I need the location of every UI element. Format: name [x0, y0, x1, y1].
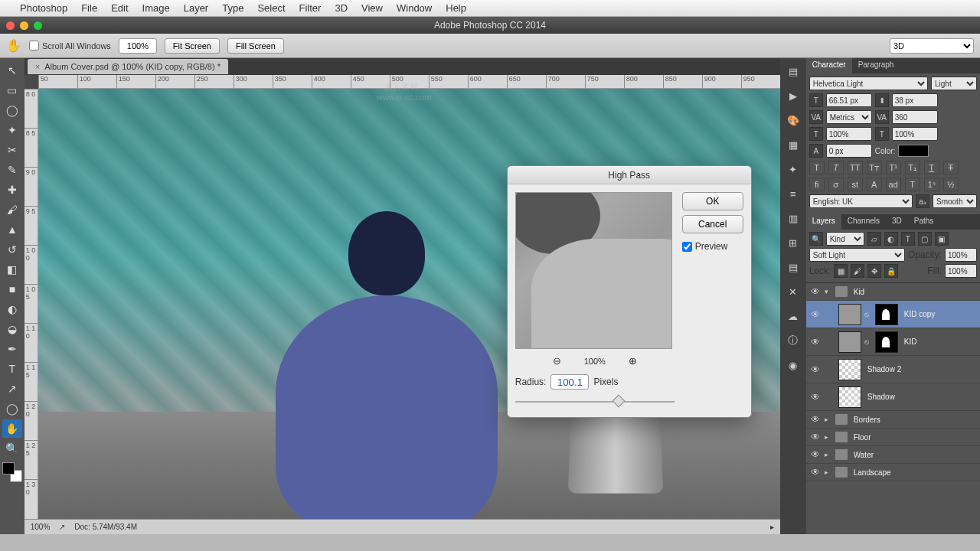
visibility-icon[interactable]: 👁 — [809, 337, 822, 347]
fill-screen-button[interactable]: Fill Screen — [227, 38, 284, 54]
kerning-select[interactable]: Metrics — [826, 110, 872, 124]
tab-paths[interactable]: Paths — [908, 214, 940, 230]
layer-thumbnail[interactable] — [838, 386, 861, 408]
opacity-input[interactable] — [945, 248, 977, 262]
pen-tool-icon[interactable]: ✒ — [2, 340, 22, 358]
tools-panel-icon[interactable]: ✕ — [785, 283, 802, 300]
cloud-panel-icon[interactable]: ☁ — [785, 308, 802, 324]
disclosure-icon[interactable]: ▸ — [825, 451, 832, 458]
layer-thumbnail[interactable] — [838, 304, 861, 325]
visibility-icon[interactable]: 👁 — [809, 467, 822, 478]
layer-group-row[interactable]: 👁▸Floor — [806, 429, 980, 446]
status-export-icon[interactable]: ↗ — [59, 523, 65, 531]
window-maximize-icon[interactable] — [34, 21, 42, 30]
super-icon[interactable]: T¹ — [886, 161, 901, 174]
scroll-all-checkbox[interactable]: Scroll All Windows — [29, 41, 111, 51]
layer-name[interactable]: Water — [854, 451, 874, 459]
crop-tool-icon[interactable]: ✂ — [2, 141, 22, 159]
dialog-preview[interactable] — [515, 192, 672, 349]
cancel-button[interactable]: Cancel — [682, 215, 743, 233]
properties-panel-icon[interactable]: ⊞ — [785, 234, 802, 251]
close-tab-icon[interactable]: × — [35, 62, 40, 71]
menu-edit[interactable]: Edit — [111, 2, 128, 14]
zoom-percent-input[interactable] — [119, 38, 157, 54]
menu-photoshop[interactable]: Photoshop — [20, 2, 67, 14]
adjustments-panel-icon[interactable]: ✦ — [785, 161, 802, 178]
radius-input[interactable] — [550, 374, 589, 390]
titling-icon[interactable]: T — [905, 178, 920, 191]
strike-icon[interactable]: T — [943, 161, 959, 174]
layer-group-row[interactable]: 👁▸Borders — [806, 411, 980, 429]
layer-thumbnail[interactable] — [838, 359, 861, 380]
menu-file[interactable]: File — [81, 2, 97, 14]
menu-layer[interactable]: Layer — [184, 2, 209, 14]
menu-filter[interactable]: Filter — [299, 2, 322, 14]
filter-shape-icon[interactable]: ▢ — [918, 232, 932, 246]
blend-mode-select[interactable]: Soft Light — [809, 248, 905, 262]
lock-trans-icon[interactable]: ▦ — [834, 264, 848, 278]
smallcaps-icon[interactable]: Tᴛ — [867, 161, 882, 174]
eyedropper-tool-icon[interactable]: ✎ — [2, 161, 22, 179]
visibility-icon[interactable]: 👁 — [809, 414, 822, 425]
font-size-input[interactable] — [826, 93, 872, 107]
sub-icon[interactable]: T₁ — [905, 161, 920, 174]
menu-view[interactable]: View — [361, 2, 383, 14]
info-panel-icon[interactable]: ⓘ — [785, 332, 802, 349]
mask-thumbnail[interactable] — [875, 304, 898, 325]
stamp-tool-icon[interactable]: ▲ — [2, 220, 22, 239]
hand-tool-icon-tb[interactable]: ✋ — [2, 419, 22, 438]
ordinal-icon[interactable]: 1ˢ — [924, 178, 939, 191]
fill-input[interactable] — [945, 264, 977, 278]
layer-thumbnail[interactable] — [838, 331, 861, 353]
visibility-icon[interactable]: 👁 — [809, 286, 822, 297]
libraries-panel-icon[interactable]: ▥ — [785, 210, 802, 227]
antialias-select[interactable]: Smooth — [933, 194, 977, 208]
swatches-panel-icon[interactable]: ▦ — [785, 136, 802, 153]
disclosure-icon[interactable]: ▸ — [825, 433, 832, 441]
filter-type-icon[interactable]: T — [901, 232, 915, 246]
underline-icon[interactable]: T — [924, 161, 939, 174]
fraction-icon[interactable]: ½ — [943, 178, 959, 191]
workspace-3d-select[interactable]: 3D — [890, 38, 974, 54]
dodge-tool-icon[interactable]: ◒ — [2, 320, 22, 338]
tab-channels[interactable]: Channels — [841, 214, 886, 230]
menu-select[interactable]: Select — [257, 2, 285, 14]
menu-window[interactable]: Window — [397, 2, 432, 14]
filter-icon[interactable]: 🔍 — [809, 232, 823, 246]
history-brush-tool-icon[interactable]: ↺ — [2, 240, 22, 259]
leading-input[interactable] — [892, 93, 938, 107]
menu-image[interactable]: Image — [142, 2, 170, 14]
link-icon[interactable]: ⎋ — [864, 337, 872, 346]
visibility-icon[interactable]: 👁 — [809, 432, 822, 442]
ok-button[interactable]: OK — [682, 192, 743, 210]
blur-tool-icon[interactable]: ◐ — [2, 300, 22, 318]
radius-slider[interactable] — [515, 394, 675, 409]
mask-thumbnail[interactable] — [875, 331, 898, 353]
cc-panel-icon[interactable]: ◉ — [785, 357, 802, 373]
layer-kind-select[interactable]: Kind — [826, 232, 864, 246]
healing-tool-icon[interactable]: ✚ — [2, 181, 22, 199]
type-tool-icon[interactable]: T — [2, 360, 22, 378]
fit-screen-button[interactable]: Fit Screen — [165, 38, 220, 54]
gradient-tool-icon[interactable]: ■ — [2, 280, 22, 298]
lasso-tool-icon[interactable]: ◯ — [2, 101, 22, 119]
tracking-input[interactable] — [892, 110, 938, 124]
styles-panel-icon[interactable]: ≡ — [785, 185, 802, 202]
preview-checkbox[interactable]: Preview — [682, 241, 743, 252]
filter-smart-icon[interactable]: ▣ — [935, 232, 949, 246]
zoom-tool-icon[interactable]: 🔍 — [2, 439, 22, 458]
layer-name[interactable]: KID copy — [904, 310, 936, 318]
brush-tool-icon[interactable]: 🖌 — [2, 201, 22, 219]
color-panel-icon[interactable]: 🎨 — [785, 112, 802, 129]
tab-character[interactable]: Character — [806, 58, 852, 73]
layer-name[interactable]: Floor — [854, 433, 871, 442]
fi-icon[interactable]: fi — [809, 178, 825, 191]
menu-type[interactable]: Type — [222, 2, 243, 14]
visibility-icon[interactable]: 👁 — [809, 309, 822, 320]
move-tool-icon[interactable]: ↖ — [2, 61, 22, 80]
history-panel-icon[interactable]: ▤ — [785, 63, 802, 80]
st-icon[interactable]: st — [848, 178, 863, 191]
ad-icon[interactable]: ad — [886, 178, 901, 191]
layer-group-row[interactable]: 👁▸Water — [806, 446, 980, 464]
window-minimize-icon[interactable] — [20, 21, 28, 30]
